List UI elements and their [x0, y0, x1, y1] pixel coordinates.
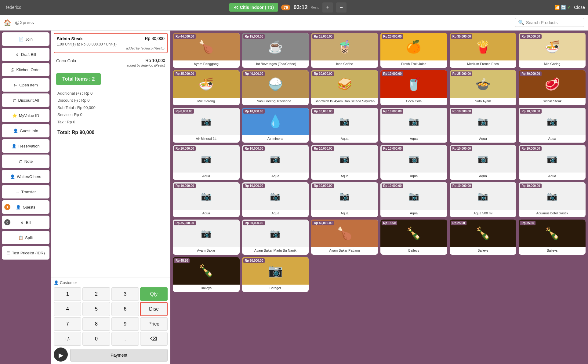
payment-button[interactable]: Payment [70, 349, 168, 362]
num-5[interactable]: 5 [82, 302, 110, 316]
product-card[interactable]: 📷 Rp 10,000.00 Aqua [311, 145, 378, 180]
product-name: Nasi Goreng Tradisona... [256, 98, 295, 105]
product-card[interactable]: 📷 Rp 10,000.00 Aqua [380, 145, 447, 180]
product-name: Aqua [408, 173, 419, 180]
search-box[interactable]: 🔍 [515, 18, 584, 27]
sidebar-item-note[interactable]: 🏷 Note [2, 155, 49, 168]
sidebar-item-bill[interactable]: 0 🖨 Bill [2, 216, 49, 229]
order-items-list: Sirloin Steak Rp 80,000 1.00 Unit(s) at … [51, 31, 170, 278]
add-table-button[interactable]: + [322, 2, 333, 13]
bill-badge: 0 [4, 219, 10, 225]
xpress-label: @Xpress [15, 20, 34, 25]
product-name: Hot Beverages (Tea/Coffee) [253, 60, 297, 68]
product-card[interactable]: 🍊 Rp 20,000.00 Fresh Fruit Juice [380, 33, 447, 68]
sidebar-item-draft-bill[interactable]: 🖨 Draft Bill [2, 48, 49, 61]
product-card[interactable]: 📷 Rp 10,000.00 Aqua [519, 145, 586, 180]
product-card[interactable]: 🥩 Rp 80,000.00 Sirloin Steak [519, 70, 586, 105]
sidebar-item-split[interactable]: 📋 Split [2, 231, 49, 244]
product-card[interactable]: 🍜 Rp 30,000.00 Mie Godog [519, 33, 586, 68]
product-card[interactable]: 📷 Rp 10,000.00 Aqua [242, 182, 309, 217]
product-name: Air mineral [266, 135, 285, 143]
product-card[interactable]: 📷 Rp 8,000.00 Air Mineral 1L [173, 108, 240, 143]
product-card[interactable]: 🍗 Rp 40,000.00 Ayam Bakar Padang [311, 220, 378, 254]
minus-button[interactable]: − [336, 2, 347, 13]
num-3[interactable]: 3 [111, 287, 139, 301]
sidebar-item-waiter[interactable]: 👤 Waiter/Others [2, 170, 49, 183]
product-card[interactable]: 📷 Rp 10,000.00 Aquarius botol plastik [519, 182, 586, 217]
search-input[interactable] [526, 20, 581, 25]
product-card[interactable]: 📷 Rp 10,000.00 Aqua [450, 145, 517, 180]
venue-button[interactable]: ≪ Citis Indoor ( T1) [229, 3, 278, 12]
sidebar-label-waiter: Waiter/Others [17, 174, 41, 179]
product-card[interactable]: 🍚 Rp 40,000.00 Nasi Goreng Tradisona... [242, 70, 309, 105]
product-card[interactable]: 🍲 Rp 25,000.00 Soto Ayam [450, 70, 517, 105]
price-button[interactable]: Price [140, 317, 168, 331]
num-2[interactable]: 2 [82, 287, 110, 301]
product-card[interactable]: 📷 Rp 10,000.00 Aqua [242, 145, 309, 180]
sidebar-item-pricelist[interactable]: ☰ Test Pricelist (IDR) [2, 246, 49, 260]
product-card[interactable]: 📷 Rp 30,000.00 Batagor [242, 257, 309, 292]
sidebar-item-guests[interactable]: 1 👤 Guests [2, 200, 49, 214]
product-card[interactable]: 📷 Rp 10,000.00 Aqua [311, 108, 378, 143]
product-card[interactable]: 🍟 Rp 35,000.00 Medium French Fries [450, 33, 517, 68]
sidebar-item-transfer[interactable]: → Transfer [2, 185, 49, 198]
product-card[interactable]: 📷 Rp 10,000.00 Aqua [450, 108, 517, 143]
sidebar-item-reservation[interactable]: 👤 Reservation [2, 139, 49, 153]
product-name: Soto Ayam [474, 98, 492, 105]
num-dot[interactable]: . [111, 332, 139, 346]
product-card[interactable]: 📷 Rp 10,000.00 Aqua [173, 182, 240, 217]
total-line: Total: Rp 90,000 [57, 128, 164, 137]
sidebar-item-join[interactable]: 📄 Join [2, 32, 49, 46]
sidebar-item-kitchen-order[interactable]: 🖨 Kitchen Order [2, 63, 49, 76]
product-card[interactable]: 💧 Rp 10,000.00 Air mineral [242, 108, 309, 143]
product-card[interactable]: 📷 Rp 50,000.00 Ayam Bakar Madu Bu Nanik [242, 220, 309, 254]
num-0[interactable]: 0 [82, 332, 110, 346]
home-icon[interactable]: 🏠 [4, 19, 11, 26]
product-name: Ayam Bakar Padang [328, 247, 361, 254]
product-card[interactable]: 📷 Rp 10,000.00 Aqua [173, 145, 240, 180]
product-card[interactable]: 🍜 Rp 35,000.00 Mie Goreng [173, 70, 240, 105]
product-card[interactable]: 🍾 Rp 25.50 Baileys [450, 220, 517, 254]
product-price-badge: Rp 15,000.00 [312, 34, 334, 39]
payment-arrow-button[interactable]: ▶ [54, 348, 68, 362]
num-4[interactable]: 4 [54, 302, 81, 316]
product-card[interactable]: 📷 Rp 10,000.00 Aqua [380, 182, 447, 217]
num-1[interactable]: 1 [54, 287, 81, 301]
qty-button[interactable]: Qty [140, 287, 168, 301]
product-card[interactable]: 🍾 Rp 15.50 Baileys [380, 220, 447, 254]
sidebar-label-guest-info: Guest Info [20, 129, 38, 133]
product-name: Aqua [408, 210, 419, 217]
backspace-button[interactable]: ⌫ [140, 332, 168, 346]
order-item-sirloin[interactable]: Sirloin Steak Rp 80,000 1.00 Unit(s) at … [54, 33, 168, 53]
product-name: Air Mineral 1L [194, 135, 218, 143]
disc-button[interactable]: Disc [140, 302, 168, 316]
num-plusminus[interactable]: +/- [54, 332, 81, 346]
sidebar-item-open-item[interactable]: 🏷 Open Item [2, 78, 49, 92]
product-price-badge: Rp 15,000.00 [243, 34, 265, 39]
num-6[interactable]: 6 [111, 302, 139, 316]
product-card[interactable]: 🍾 Rp 45.50 Baileys [173, 257, 240, 292]
product-card[interactable]: 🥤 Rp 10,000.00 Coca Cola [380, 70, 447, 105]
num-9[interactable]: 9 [111, 317, 139, 331]
customer-label: Customer [60, 280, 77, 285]
product-card[interactable]: 🍗 Rp 44,000.00 Ayam Panggang [173, 33, 240, 68]
product-card[interactable]: 📷 Rp 10,000.00 Aqua [380, 108, 447, 143]
sidebar-item-myvalue[interactable]: ⭐ MyValue ID [2, 109, 49, 122]
close-button[interactable]: Close [574, 5, 585, 10]
product-card[interactable]: 🧋 Rp 15,000.00 Iced Coffee [311, 33, 378, 68]
product-card[interactable]: ☕ Rp 15,000.00 Hot Beverages (Tea/Coffee… [242, 33, 309, 68]
product-card[interactable]: 🍾 Rp 35.50 Baileys [519, 220, 586, 254]
product-card[interactable]: 📷 Rp 10,000.00 Aqua 500 ml [450, 182, 517, 217]
product-name: Baileys [407, 247, 420, 254]
sidebar-item-discount-all[interactable]: 🏷 Discount All [2, 93, 49, 107]
order-item-cola[interactable]: Coca Cola Rp 10,000 added by federico (R… [54, 56, 168, 70]
total-items-button[interactable]: Total Items : 2 [56, 73, 101, 85]
product-card[interactable]: 📷 Rp 10,000.00 Aqua [519, 108, 586, 143]
num-7[interactable]: 7 [54, 317, 81, 331]
sidebar-item-guest-info[interactable]: 👤 Guest Info [2, 124, 49, 137]
num-8[interactable]: 8 [82, 317, 110, 331]
product-card[interactable]: 📷 Rp 35,000.00 Ayam Bakar [173, 220, 240, 254]
product-price-badge: Rp 10,000.00 [382, 184, 403, 188]
product-card[interactable]: 📷 Rp 10,000.00 Aqua [311, 182, 378, 217]
product-card[interactable]: 🥪 Rp 30,000.00 Sandwich Isi Ayam Dan Sel… [311, 70, 378, 105]
